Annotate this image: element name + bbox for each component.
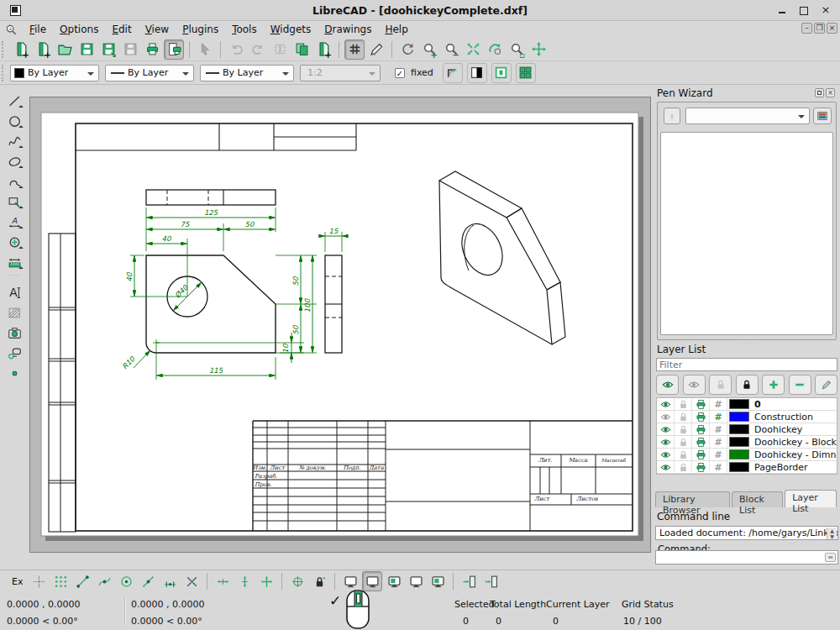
tab-block-list[interactable]: Block List xyxy=(732,491,783,507)
restrict-vertical-button[interactable] xyxy=(234,571,255,591)
layer-lock-icon[interactable] xyxy=(675,449,692,460)
layer-name[interactable]: Doohickey xyxy=(751,424,802,435)
layer-name[interactable]: Doohickey - Block xyxy=(751,437,837,448)
lock-relative-zero-button[interactable] xyxy=(309,571,329,591)
tab-layer-list[interactable]: Layer List xyxy=(785,490,837,507)
layer-row[interactable]: # Doohickey - Dimn xyxy=(657,449,837,461)
layer-print-icon[interactable] xyxy=(692,411,710,423)
layer-name[interactable]: PageBorder xyxy=(751,462,808,473)
pen-wizard-mode-button[interactable]: ⁝ xyxy=(664,108,680,124)
copy-button[interactable] xyxy=(291,39,312,60)
fixed-checkbox[interactable]: ✓ xyxy=(395,68,405,78)
quad-grid-button[interactable] xyxy=(516,63,536,83)
frame-entity-button[interactable] xyxy=(491,63,512,83)
pen-wizard-combo[interactable] xyxy=(685,108,810,124)
window-zoom-button[interactable]: ▫ xyxy=(507,39,527,60)
redraw-button[interactable] xyxy=(397,39,417,60)
layer-visibility-eye-icon[interactable] xyxy=(657,423,675,435)
layer-name[interactable]: Doohickey - Dimn xyxy=(751,449,836,460)
layer-row[interactable]: # Doohickey xyxy=(657,423,837,436)
layer-lock-icon[interactable] xyxy=(675,461,692,473)
save-as-button[interactable]: ↘ xyxy=(98,39,118,60)
layer-print-icon[interactable] xyxy=(692,461,710,473)
pen-wizard-list[interactable] xyxy=(660,132,833,335)
scale-combo[interactable]: 1:2 xyxy=(300,65,381,81)
draft-mode-3-button[interactable] xyxy=(384,571,404,591)
layer-print-icon[interactable] xyxy=(692,423,710,435)
menu-file[interactable]: File xyxy=(23,22,53,37)
snap-exclusive-button[interactable]: Ex xyxy=(7,573,28,591)
tab-library-browser[interactable]: Library Browser xyxy=(655,491,730,507)
pen-width-combo[interactable]: By Layer xyxy=(105,65,194,81)
print-preview-button[interactable] xyxy=(164,39,184,60)
layer-construction-icon[interactable]: # xyxy=(710,436,727,448)
layer-construction-icon[interactable]: # xyxy=(710,411,727,423)
menu-edit[interactable]: Edit xyxy=(105,22,138,37)
toolbar-grip[interactable] xyxy=(2,65,7,81)
zoom-pan-button[interactable] xyxy=(528,39,549,60)
snap-free-button[interactable] xyxy=(29,571,49,591)
pen-linetype-combo[interactable]: By Layer xyxy=(200,65,294,81)
layer-row[interactable]: # 0 xyxy=(657,398,837,411)
layer-color-swatch[interactable] xyxy=(729,424,749,434)
hide-all-layers-button[interactable] xyxy=(683,375,706,395)
snap-center-button[interactable] xyxy=(116,571,136,591)
open-file-button[interactable] xyxy=(55,39,75,60)
menu-help[interactable]: Help xyxy=(378,22,414,37)
draft-lines-button[interactable] xyxy=(366,39,386,60)
window-close-button[interactable]: × xyxy=(820,5,832,16)
add-layer-button[interactable] xyxy=(762,375,785,395)
command-options-icon[interactable]: ≡ xyxy=(825,553,836,562)
layer-filter-input[interactable] xyxy=(656,358,837,371)
layer-visibility-eye-icon[interactable] xyxy=(657,449,675,460)
dimension-aligned-tool-button[interactable] xyxy=(4,252,24,272)
restrict-orthogonal-button[interactable] xyxy=(256,571,276,591)
layer-lock-icon[interactable] xyxy=(675,423,692,435)
save-all-button[interactable] xyxy=(120,39,140,60)
layer-color-swatch[interactable] xyxy=(729,412,749,422)
menu-view[interactable]: View xyxy=(139,22,176,37)
snap-grid-button[interactable] xyxy=(50,571,71,591)
undo-button[interactable] xyxy=(226,39,246,60)
layer-lock-icon[interactable] xyxy=(675,398,692,410)
layer-visibility-eye-icon[interactable] xyxy=(657,461,675,473)
snap-middle-button[interactable] xyxy=(138,571,158,591)
paste-button[interactable]: + xyxy=(313,39,333,60)
window-maximize-button[interactable] xyxy=(798,5,810,16)
toolbar-grip[interactable] xyxy=(2,41,7,58)
snap-distance-button[interactable] xyxy=(160,571,180,591)
layer-visibility-eye-icon[interactable] xyxy=(657,411,675,423)
zoom-in-button[interactable]: + xyxy=(419,39,439,60)
modify-layer-button[interactable] xyxy=(815,375,837,395)
menu-drawings[interactable]: Drawings xyxy=(318,22,378,37)
layer-print-icon[interactable] xyxy=(692,449,710,460)
layer-name[interactable]: Construction xyxy=(751,412,813,423)
grid-toggle-button[interactable] xyxy=(344,39,365,60)
layer-visibility-eye-icon[interactable] xyxy=(657,398,675,410)
invert-black-white-button[interactable] xyxy=(467,63,487,83)
layer-print-icon[interactable] xyxy=(692,436,710,448)
ellipse-tool-button[interactable] xyxy=(4,151,24,171)
print-button[interactable] xyxy=(142,39,162,60)
restrict-horizontal-button[interactable] xyxy=(213,571,233,591)
layer-color-swatch[interactable] xyxy=(729,462,749,472)
corner-lines-button[interactable] xyxy=(443,63,463,83)
layer-construction-icon[interactable]: # xyxy=(710,398,727,410)
window-minimize-button[interactable] xyxy=(776,5,788,16)
unlock-all-layers-button[interactable] xyxy=(709,375,732,395)
layer-color-swatch[interactable] xyxy=(729,437,749,447)
mdi-restore-button[interactable]: ❒ xyxy=(814,23,825,34)
layer-color-swatch[interactable] xyxy=(729,399,749,409)
redo-button[interactable] xyxy=(248,39,268,60)
cut-button[interactable] xyxy=(270,39,290,60)
pen-wizard-close-button[interactable]: × xyxy=(826,88,835,97)
layer-row[interactable]: # Doohickey - Block xyxy=(657,436,837,449)
drawing-canvas[interactable]: Изм. Лист № докум. Подп. Дата Разраб. Пр… xyxy=(30,97,650,552)
snap-relative-zero-button[interactable] xyxy=(287,571,307,591)
image-tool-button[interactable] xyxy=(4,323,24,343)
menu-tools[interactable]: Tools xyxy=(225,22,264,37)
menu-plugins[interactable]: Plugins xyxy=(176,22,225,37)
command-history[interactable]: Loaded document: /home/garys/Link to ▲▼ xyxy=(655,526,838,540)
auto-zoom-button[interactable] xyxy=(463,39,483,60)
toggle-right-dock-button[interactable] xyxy=(480,571,501,591)
